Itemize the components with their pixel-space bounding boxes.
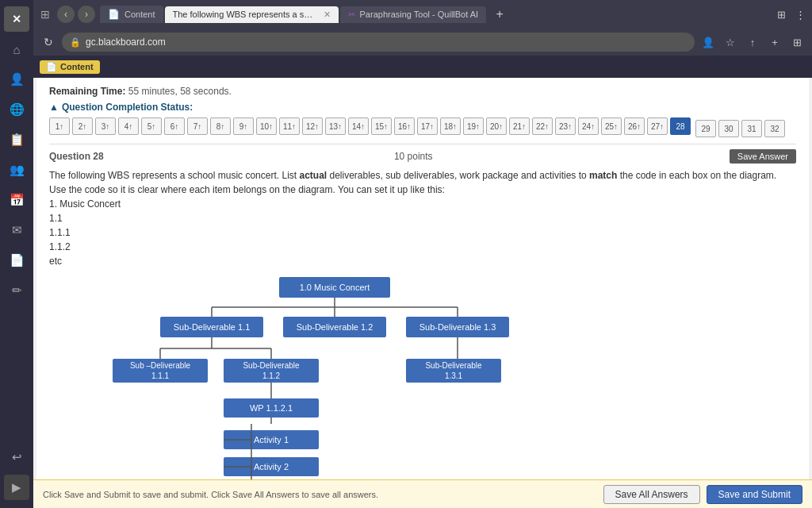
browser-menu-button[interactable]: ⊞ <box>788 33 806 51</box>
bottom-bar: Click Save and Submit to save and submit… <box>33 479 812 508</box>
content-icon: 📄 <box>46 62 57 72</box>
svg-text:1.1.1: 1.1.1 <box>151 371 170 380</box>
content-tab-favicon: 📄 <box>108 9 120 20</box>
question-body-line3: Use the code so it is clear where each i… <box>49 183 796 197</box>
clipboard-icon[interactable]: 📋 <box>4 127 29 152</box>
q-num-1[interactable]: 1↑ <box>49 117 70 135</box>
close-sidebar-button[interactable]: ✕ <box>4 6 29 32</box>
page-content: Remaining Time: 55 minutes, 58 seconds. … <box>36 78 809 479</box>
tab-bar: ⊞ ‹ › 📄 Content The following WBS repres… <box>33 0 812 29</box>
profile-button[interactable]: 👤 <box>699 33 717 51</box>
q-num-11[interactable]: 11↑ <box>279 117 300 135</box>
q-num-9[interactable]: 9↑ <box>233 117 254 135</box>
history-icon[interactable]: ↩ <box>4 444 29 470</box>
svg-text:Activity 2: Activity 2 <box>254 462 289 471</box>
q-num-6[interactable]: 6↑ <box>164 117 185 135</box>
calendar-icon[interactable]: 📅 <box>4 187 29 213</box>
save-answer-button[interactable]: Save Answer <box>730 149 796 164</box>
sidebar: ✕ ⌂ 👤 🌐 📋 👥 📅 ✉ 📄 ✏ ↩ ▶ <box>0 0 33 508</box>
q-num-19[interactable]: 19↑ <box>463 117 484 135</box>
example-item-2: 1.1 <box>49 211 796 225</box>
q-num-26[interactable]: 26↑ <box>624 117 645 135</box>
address-bar[interactable]: 🔒 gc.blackboard.com <box>62 33 695 52</box>
share-button[interactable]: ↑ <box>744 33 761 51</box>
q-num-18[interactable]: 18↑ <box>440 117 461 135</box>
play-icon[interactable]: ▶ <box>4 475 29 500</box>
tab-blackboard-close[interactable]: ✕ <box>324 10 331 20</box>
remaining-time-label: Remaining Time: <box>49 86 125 97</box>
q-num-25[interactable]: 25↑ <box>601 117 622 135</box>
question-text: The following WBS represents a school mu… <box>49 168 796 268</box>
completion-status: ▲ Question Completion Status: <box>49 102 796 113</box>
quillbot-favicon: ✂ <box>348 10 355 20</box>
tab-quillbot-label: Paraphrasing Tool - QuillBot AI <box>360 10 479 19</box>
q-num-16[interactable]: 16↑ <box>394 117 415 135</box>
q-num-7[interactable]: 7↑ <box>187 117 208 135</box>
question-title: Question 28 <box>49 151 104 162</box>
main-area: ⊞ ‹ › 📄 Content The following WBS repres… <box>33 0 812 508</box>
q-num-10[interactable]: 10↑ <box>256 117 277 135</box>
q-num-20[interactable]: 20↑ <box>486 117 507 135</box>
person-icon[interactable]: 👤 <box>4 67 29 92</box>
q-num-22[interactable]: 22↑ <box>532 117 553 135</box>
q-num-29[interactable]: 29 <box>695 120 716 137</box>
globe-icon[interactable]: 🌐 <box>4 97 29 122</box>
example-item-1: 1. Music Concert <box>49 197 796 211</box>
document-icon[interactable]: 📄 <box>4 248 29 273</box>
svg-text:Sub-Deliverable 1.3: Sub-Deliverable 1.3 <box>419 322 496 332</box>
tab-content-label: Content <box>124 10 155 19</box>
group-icon[interactable]: 👥 <box>4 157 29 183</box>
save-and-submit-button[interactable]: Save and Submit <box>707 485 802 504</box>
tab-blackboard[interactable]: The following WBS represents a school mu… <box>165 6 339 23</box>
nav-forward-button[interactable]: › <box>78 6 95 23</box>
new-tab-button[interactable]: + <box>491 6 508 23</box>
browser-chrome: ↻ 🔒 gc.blackboard.com 👤 ☆ ↑ + ⊞ <box>33 29 812 56</box>
question-body-part2: deliverables, sub deliverables, work pac… <box>327 170 589 181</box>
window-menu-button[interactable]: ⋮ <box>791 6 809 23</box>
svg-text:WP 1.1.2.1: WP 1.1.2.1 <box>250 403 293 413</box>
q-num-32[interactable]: 32 <box>764 120 785 137</box>
content-label: Content <box>60 62 94 71</box>
q-num-30[interactable]: 30 <box>718 120 739 137</box>
q-num-17[interactable]: 17↑ <box>417 117 438 135</box>
q-num-15[interactable]: 15↑ <box>371 117 392 135</box>
q-num-24[interactable]: 24↑ <box>578 117 599 135</box>
q-num-4[interactable]: 4↑ <box>118 117 139 135</box>
svg-text:Sub-Deliverable 1.1: Sub-Deliverable 1.1 <box>174 322 251 332</box>
svg-text:Sub-Deliverable: Sub-Deliverable <box>425 361 482 370</box>
new-window-button[interactable]: + <box>766 33 783 51</box>
tab-quillbot[interactable]: ✂ Paraphrasing Tool - QuillBot AI <box>340 6 487 23</box>
q-num-31[interactable]: 31 <box>741 120 762 137</box>
example-item-3: 1.1.1 <box>49 225 796 240</box>
question-header: Question 28 10 points Save Answer <box>49 144 796 164</box>
content-tab-indicator[interactable]: 📄 Content <box>40 60 100 74</box>
nav-back-button[interactable]: ‹ <box>57 6 75 23</box>
home-icon[interactable]: ⌂ <box>4 37 29 62</box>
svg-text:1.1.2: 1.1.2 <box>262 371 281 380</box>
q-num-2[interactable]: 2↑ <box>72 117 93 135</box>
q-num-23[interactable]: 23↑ <box>555 117 576 135</box>
question-body-part1: The following WBS represents a school mu… <box>49 170 299 181</box>
lock-icon: 🔒 <box>70 37 81 48</box>
q-num-13[interactable]: 13↑ <box>325 117 346 135</box>
bookmark-button[interactable]: ☆ <box>722 33 739 51</box>
q-num-8[interactable]: 8↑ <box>210 117 231 135</box>
q-num-21[interactable]: 21↑ <box>509 117 530 135</box>
tab-content[interactable]: 📄 Content <box>100 6 163 23</box>
edit-icon[interactable]: ✏ <box>4 278 29 303</box>
q-num-5[interactable]: 5↑ <box>141 117 162 135</box>
mail-icon[interactable]: ✉ <box>4 217 29 243</box>
extensions-button[interactable]: ⊞ <box>772 6 790 23</box>
q-num-27[interactable]: 27↑ <box>647 117 668 135</box>
svg-text:Activity 1: Activity 1 <box>254 435 289 444</box>
q-num-14[interactable]: 14↑ <box>348 117 369 135</box>
q-num-3[interactable]: 3↑ <box>95 117 116 135</box>
save-all-answers-button[interactable]: Save All Answers <box>603 485 700 504</box>
tab-blackboard-label: The following WBS represents a school mu… <box>173 10 316 19</box>
reload-button[interactable]: ↻ <box>40 33 57 51</box>
window-grid-button[interactable]: ⊞ <box>36 6 54 23</box>
q-num-12[interactable]: 12↑ <box>302 117 323 135</box>
q-num-28[interactable]: 28 <box>670 117 691 135</box>
remaining-time-value: 55 minutes, 58 seconds. <box>128 86 232 97</box>
example-item-4: 1.1.2 <box>49 240 796 254</box>
